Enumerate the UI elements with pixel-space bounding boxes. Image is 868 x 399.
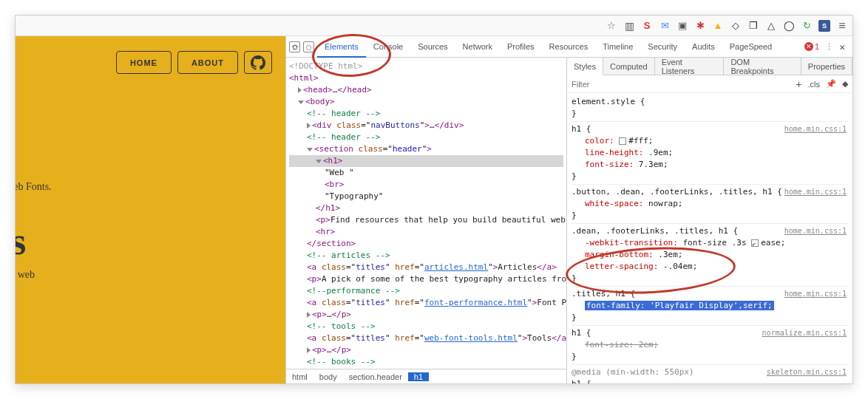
rule-dean-group: home.min.css:1 .dean, .footerLinks, .tit… <box>572 223 848 286</box>
tab-timeline[interactable]: Timeline <box>595 36 640 58</box>
devtools-tabs: ⯐ ▢ Elements Console Sources Network Pro… <box>286 36 852 58</box>
dom-pane: <!DOCTYPE html> <html> <head>…</head> <b… <box>286 58 567 383</box>
chrome-toolbar: ☆ ▥ S ✉ ▣ ✱ ▲ ◇ ❐ △ ◯ ↻ S ≡ <box>16 16 852 36</box>
star-icon[interactable]: ☆ <box>606 20 617 32</box>
devtools-close-icon[interactable]: ✕ <box>839 41 845 52</box>
dom-h1-selected[interactable]: <h1> <box>289 155 563 167</box>
hero-subtext: ebsites using Web Fonts. <box>16 181 285 193</box>
highlighted-font-family[interactable]: font-family: 'Playfair Display',serif; <box>585 301 774 310</box>
src-link[interactable]: home.min.css:1 <box>784 123 847 135</box>
new-rule-icon[interactable]: + <box>796 78 801 90</box>
src-link[interactable]: home.min.css:1 <box>784 288 847 300</box>
inspect-element-icon[interactable]: ⯐ <box>289 41 300 52</box>
rule-button-group: home.min.css:1 .button, .dean, .footerLi… <box>572 184 848 223</box>
oval-icon[interactable]: ◯ <box>783 20 795 32</box>
styles-filter-row: + .cls 📌 ◆ <box>567 75 852 93</box>
styles-tabs: Styles Computed Event Listeners DOM Brea… <box>567 58 852 75</box>
crumb-h1[interactable]: h1 <box>408 372 429 381</box>
rule-h1-1: home.min.css:1 h1 { color: #fff; line-he… <box>572 121 848 184</box>
crumb-html[interactable]: html <box>286 372 313 381</box>
src-link[interactable]: home.min.css:1 <box>784 225 847 237</box>
triangle-icon[interactable]: △ <box>765 20 777 32</box>
stab-properties[interactable]: Properties <box>801 58 852 75</box>
stab-styles[interactable]: Styles <box>567 58 603 75</box>
bug-icon[interactable]: ✱ <box>694 20 706 32</box>
style-rules[interactable]: element.style { } home.min.css:1 h1 { co… <box>567 93 852 383</box>
device-toggle-icon[interactable]: ▢ <box>303 41 314 52</box>
src-link[interactable]: home.min.css:1 <box>784 186 847 198</box>
styles-filter-input[interactable] <box>572 80 631 89</box>
section-title: s <box>16 219 285 263</box>
envelope-icon[interactable]: ✉ <box>659 20 671 32</box>
tab-audits[interactable]: Audits <box>685 36 722 58</box>
hov-icon[interactable]: ◆ <box>842 79 848 89</box>
rendered-page: HOME ABOUT phy ebsites using Web Fonts. … <box>16 36 285 383</box>
square-icon[interactable]: ◇ <box>730 20 742 32</box>
crumb-section[interactable]: section.header <box>343 372 408 381</box>
src-link[interactable]: skeleton.min.css:1 <box>767 366 847 378</box>
tab-security[interactable]: Security <box>640 36 685 58</box>
nav-buttons: HOME ABOUT <box>16 51 285 74</box>
github-icon <box>251 55 265 70</box>
camera-icon[interactable]: ▣ <box>677 20 688 32</box>
tab-profiles[interactable]: Profiles <box>500 36 542 58</box>
styles-pane: Styles Computed Event Listeners DOM Brea… <box>567 58 852 383</box>
s-extension-icon[interactable]: S <box>641 20 653 32</box>
tab-console[interactable]: Console <box>366 36 410 58</box>
devtools-menu-icon[interactable]: ⋮ <box>825 42 833 52</box>
devtools: ⯐ ▢ Elements Console Sources Network Pro… <box>285 36 852 383</box>
box-icon[interactable]: ❐ <box>747 20 759 32</box>
rule-titles-h1: home.min.css:1 .titles, h1 { font-family… <box>572 286 848 325</box>
error-badge[interactable]: ✕1 <box>804 42 819 51</box>
hero-title: phy <box>16 96 285 168</box>
tab-network[interactable]: Network <box>455 36 500 58</box>
stab-computed[interactable]: Computed <box>603 58 655 75</box>
stab-event-listeners[interactable]: Event Listeners <box>655 58 725 75</box>
tab-elements[interactable]: Elements <box>317 36 366 58</box>
rule-normalize-h1: normalize.min.css:1 h1 { font-size: 2em;… <box>572 325 848 364</box>
dom-tree[interactable]: <!DOCTYPE html> <html> <head>…</head> <b… <box>286 58 566 369</box>
tab-resources[interactable]: Resources <box>542 36 596 58</box>
warning-icon[interactable]: ▲ <box>712 20 724 32</box>
rule-element-style: element.style { } <box>572 95 848 121</box>
crumb-body[interactable]: body <box>313 372 343 381</box>
tab-pagespeed[interactable]: PageSpeed <box>722 36 780 58</box>
hamburger-icon[interactable]: ≡ <box>836 20 848 32</box>
breadcrumb[interactable]: html body section.header h1 <box>286 369 566 383</box>
github-button[interactable] <box>244 51 272 74</box>
barcode-icon[interactable]: ▥ <box>623 20 635 32</box>
section-subtext: s from around the web <box>16 269 285 281</box>
cls-toggle[interactable]: .cls <box>808 80 821 89</box>
pin-icon[interactable]: 📌 <box>826 79 836 89</box>
rule-skeleton-media: skeleton.min.css:1 @media (min-width: 55… <box>572 364 848 383</box>
s-box-icon[interactable]: S <box>818 20 830 32</box>
dom-doctype[interactable]: <!DOCTYPE html> <box>289 61 563 72</box>
sync-icon[interactable]: ↻ <box>801 20 813 32</box>
tab-sources[interactable]: Sources <box>410 36 455 58</box>
about-button[interactable]: ABOUT <box>177 51 238 74</box>
src-link[interactable]: normalize.min.css:1 <box>762 327 847 339</box>
stab-dom-breakpoints[interactable]: DOM Breakpoints <box>724 58 801 75</box>
home-button[interactable]: HOME <box>116 51 172 74</box>
